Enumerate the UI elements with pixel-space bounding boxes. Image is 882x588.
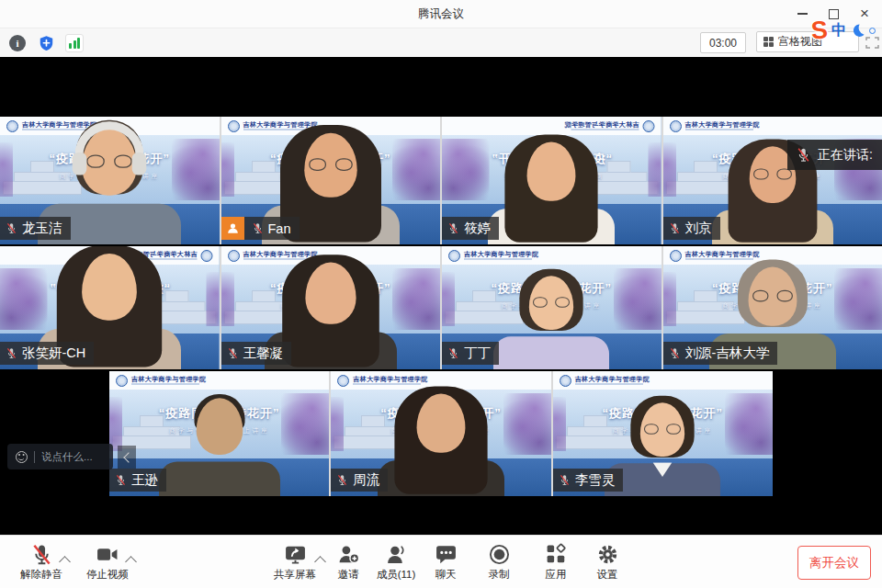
video-grid-area: “疫路同行 静待花开” 商学与管理学院 线上讲座 吉林大学商学与管理学院 (0, 57, 882, 535)
apps-button[interactable]: 应用 (537, 543, 575, 582)
participant-tile[interactable]: “疫路同行 静待花开” 商学与管理学院 线上讲座 吉林大学商学与管理学院 (0, 117, 220, 244)
person-glasses (531, 297, 571, 310)
ime-language-toggle[interactable]: 中 (831, 21, 846, 40)
sogou-logo-icon[interactable]: S (810, 17, 829, 43)
participant-nametag: 筱婷 (442, 217, 499, 240)
ime-dot-icon[interactable] (869, 28, 876, 34)
mic-muted-icon (796, 147, 811, 163)
participant-nametag: 丁丁 (442, 342, 499, 365)
person-face (196, 398, 243, 455)
school-name: 吉林大学商学与管理学院 (564, 121, 639, 128)
invite-icon (337, 543, 360, 566)
invite-button[interactable]: 邀请 (327, 543, 369, 582)
participant-name: 龙玉洁 (22, 220, 62, 237)
leave-meeting-button[interactable]: 离开会议 (797, 546, 871, 580)
meeting-info-button[interactable]: i (7, 33, 28, 53)
record-icon (488, 543, 511, 566)
person-headphones (75, 121, 144, 162)
university-logo-icon (228, 120, 240, 132)
participant-name: 王逊 (131, 471, 158, 489)
members-button[interactable]: 成员(11) (368, 543, 424, 582)
participant-tile[interactable]: “疫路同行 静待花开” 商学与管理学院 线上讲座 吉林大学商学与管理学院 (221, 117, 441, 244)
participant-nametag: 王逊 (109, 469, 166, 492)
participant-nametag: 龙玉洁 (0, 217, 71, 240)
apps-label: 应用 (546, 568, 567, 582)
university-logo-icon (201, 250, 213, 262)
participant-name: 刘京 (685, 220, 712, 237)
university-logo-icon (560, 375, 571, 387)
video-row-2: “疫路同行 静待花开” 商学与管理学院 线上讲座 吉林大学商学与管理学院 (0, 246, 882, 369)
participant-name: 周流 (353, 471, 379, 489)
network-status-button[interactable] (64, 33, 85, 53)
participant-tile[interactable]: “疫路同行 静待花开” 商学与管理学院 线上讲座 吉林大学商学与管理学院 (553, 371, 773, 496)
share-screen-icon (284, 543, 307, 566)
participant-tile[interactable]: “疫路同行 静待花开” 商学与管理学院 线上讲座 吉林大学商学与管理学院 (109, 371, 329, 496)
participant-tile[interactable]: “疫路同行 静待花开” 商学与管理学院 线上讲座 吉林大学商学与管理学院 (663, 117, 882, 244)
participant-tile[interactable]: “疫路同行 静待花开” 商学与管理学院 线上讲座 吉林大学商学与管理学院 (442, 246, 662, 369)
night-mode-moon-icon[interactable] (850, 23, 865, 39)
chat-button[interactable]: 聊天 (426, 543, 465, 582)
participant-nametag: 李雪灵 (553, 469, 624, 492)
apps-icon (545, 543, 568, 566)
university-logo-icon (670, 250, 682, 262)
participant-tile[interactable]: “疫路同行 静待花开” 商学与管理学院 线上讲座 吉林大学商学与管理学院 (331, 371, 550, 496)
lilac-flowers-graphic (834, 268, 882, 330)
titlebar: 腾讯会议 × (0, 0, 882, 28)
tencent-meeting-window: 腾讯会议 × i 03:00 (0, 0, 882, 588)
host-badge (221, 217, 244, 240)
chat-icon (435, 543, 458, 566)
settings-button[interactable]: 设置 (588, 543, 627, 582)
speaking-label: 正在讲话: (818, 147, 873, 164)
emoji-icon[interactable] (16, 451, 28, 463)
maximize-icon (829, 9, 839, 19)
members-label: 成员(11) (377, 568, 416, 582)
prev-page-button[interactable] (118, 446, 136, 469)
school-name-en (131, 383, 199, 385)
university-logo-icon (448, 250, 460, 262)
video-row-3: “疫路同行 静待花开” 商学与管理学院 线上讲座 吉林大学商学与管理学院 (109, 371, 773, 496)
lilac-flowers-graphic (281, 393, 329, 455)
record-button[interactable]: 录制 (478, 543, 520, 582)
mic-muted-icon (30, 543, 53, 566)
meeting-timer: 03:00 (700, 32, 746, 53)
lilac-flowers-graphic (503, 393, 551, 455)
background-header: 吉林大学商学与管理学院 (553, 371, 773, 390)
participant-video-person (489, 269, 615, 369)
person-torso (493, 336, 609, 369)
record-label: 录制 (489, 568, 510, 582)
participant-name: 张笑妍-CH (22, 345, 85, 362)
participant-tile[interactable]: “疫路同行 静待花开” 商学与管理学院 线上讲座 吉林大学商学与管理学院 (0, 246, 220, 369)
school-name: 吉林大学商学与管理学院 (685, 251, 760, 257)
unmute-label: 解除静音 (20, 568, 62, 582)
participant-name: 刘源-吉林大学 (685, 345, 770, 362)
speaking-indicator: 正在讲话: (787, 140, 882, 170)
participant-name: 丁丁 (464, 345, 491, 362)
mic-muted-icon (669, 222, 681, 234)
quick-chat-input[interactable]: 说点什么... (7, 444, 113, 469)
participant-name: 李雪灵 (575, 471, 616, 489)
chat-label: 聊天 (435, 568, 457, 582)
school-name: 吉林大学商学与管理学院 (131, 376, 206, 382)
mic-muted-icon (559, 474, 571, 486)
person-glasses (307, 158, 356, 173)
participant-nametag: Fan (221, 217, 300, 240)
participant-tile[interactable]: “疫路同行 静待花开” 商学与管理学院 线上讲座 吉林大学商学与管理学院 (221, 246, 441, 369)
background-header: 吉林大学商学与管理学院 (663, 117, 882, 135)
mic-muted-icon (252, 222, 264, 234)
participant-video-person (372, 386, 510, 496)
participant-tile[interactable]: “疫路同行 静待花开” 商学与管理学院 线上讲座 吉林大学商学与管理学院 (442, 117, 662, 244)
person-torso (159, 462, 280, 496)
university-logo-icon (116, 375, 128, 387)
lilac-flowers-graphic (614, 268, 662, 330)
share-screen-label: 共享屏幕 (274, 568, 316, 582)
security-button[interactable] (36, 33, 56, 53)
lilac-flowers-graphic (725, 393, 773, 455)
minimize-icon (797, 13, 808, 15)
participant-tile[interactable]: “疫路同行 静待花开” 商学与管理学院 线上讲座 吉林大学商学与管理学院 (663, 246, 882, 369)
participant-name: 王馨凝 (243, 345, 284, 362)
background-header: 吉林大学商学与管理学院 (109, 371, 329, 390)
chevron-left-icon (123, 452, 133, 462)
app-title: 腾讯会议 (0, 0, 882, 28)
school-name: 吉林大学商学与管理学院 (353, 376, 427, 382)
ime-indicator: S 中 (811, 18, 876, 43)
